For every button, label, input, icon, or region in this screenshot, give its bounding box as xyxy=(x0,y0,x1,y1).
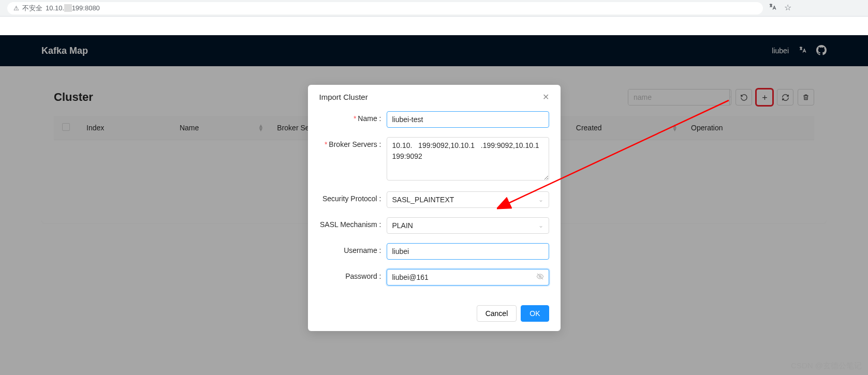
watermark: CSDN @玄德公笔记 xyxy=(791,361,862,371)
name-input[interactable] xyxy=(387,111,549,128)
brokers-input[interactable] xyxy=(387,137,549,181)
star-icon[interactable]: ☆ xyxy=(784,3,791,13)
url-text: 10.10.00199:8080 xyxy=(46,4,100,12)
label-mechanism: SASL Mechanism : xyxy=(319,217,387,234)
protocol-select[interactable]: SASL_PLAINTEXT⌄ xyxy=(387,191,549,208)
browser-address-bar: ⚠ 不安全 10.10.00199:8080 ☆ xyxy=(0,0,868,17)
insecure-icon: ⚠ xyxy=(13,5,19,12)
import-cluster-modal: Import Cluster ✕ *Name : *Broker Servers… xyxy=(308,85,561,331)
label-name: *Name : xyxy=(319,111,387,128)
label-protocol: Security Protocol : xyxy=(319,191,387,208)
mechanism-select[interactable]: PLAIN⌄ xyxy=(387,217,549,234)
close-icon[interactable]: ✕ xyxy=(542,92,549,102)
url-field[interactable]: ⚠ 不安全 10.10.00199:8080 xyxy=(7,2,763,14)
modal-title: Import Cluster xyxy=(319,93,368,101)
password-input[interactable] xyxy=(387,269,549,286)
label-username: Username : xyxy=(319,243,387,260)
ok-button[interactable]: OK xyxy=(521,305,549,322)
label-brokers: *Broker Servers : xyxy=(319,137,387,182)
cancel-button[interactable]: Cancel xyxy=(477,305,517,322)
eye-icon[interactable] xyxy=(536,273,544,282)
translate-icon[interactable] xyxy=(768,3,777,13)
username-input[interactable] xyxy=(387,243,549,260)
insecure-label: 不安全 xyxy=(22,4,42,13)
label-password: Password : xyxy=(319,269,387,286)
